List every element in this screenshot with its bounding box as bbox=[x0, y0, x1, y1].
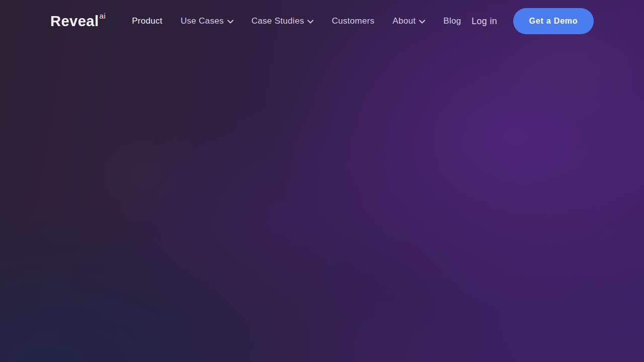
nav-item-about[interactable]: About bbox=[392, 16, 425, 26]
nav-item-label: Use Cases bbox=[181, 16, 224, 26]
chevron-down-icon bbox=[227, 20, 233, 24]
login-link[interactable]: Log in bbox=[471, 16, 497, 27]
get-a-demo-button[interactable]: Get a Demo bbox=[513, 8, 594, 34]
background-texture bbox=[0, 0, 644, 362]
nav-item-label: Product bbox=[132, 16, 163, 26]
top-navigation-bar: Reveal ai Product Use Cases Case Studies… bbox=[0, 0, 644, 42]
nav-item-use-cases[interactable]: Use Cases bbox=[181, 16, 233, 26]
brand-logo-suffix: ai bbox=[100, 12, 106, 20]
chevron-down-icon bbox=[419, 20, 425, 24]
nav-item-case-studies[interactable]: Case Studies bbox=[252, 16, 314, 26]
nav-item-label: Case Studies bbox=[252, 16, 304, 26]
nav-item-label: Blog bbox=[443, 16, 461, 26]
nav-item-customers[interactable]: Customers bbox=[332, 16, 374, 26]
nav-item-label: About bbox=[392, 16, 416, 26]
nav-item-product[interactable]: Product bbox=[132, 16, 163, 26]
nav-item-blog[interactable]: Blog bbox=[443, 16, 461, 26]
brand-logo-text: Reveal bbox=[50, 14, 99, 29]
chevron-down-icon bbox=[307, 20, 313, 24]
nav-item-label: Customers bbox=[332, 16, 374, 26]
main-nav: Product Use Cases Case Studies Customers… bbox=[132, 16, 461, 26]
brand-logo[interactable]: Reveal ai bbox=[50, 14, 106, 29]
